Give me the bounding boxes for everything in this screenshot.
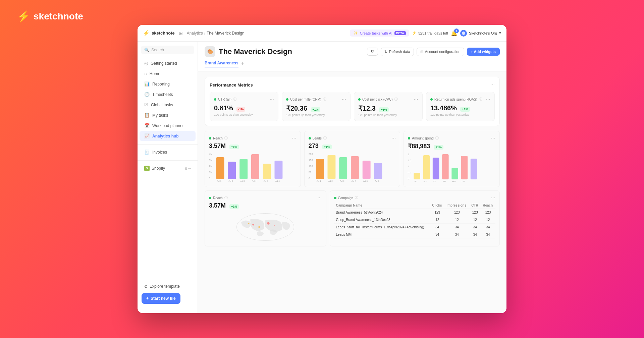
breadcrumb: Analytics / The Maverick Design (187, 31, 346, 36)
layout-icon[interactable]: ⊞ (179, 31, 183, 36)
campaign-name-0: Brand Awareness_5thApril2024 (334, 209, 430, 216)
metric-value-1: ₹20.36 +1% (286, 104, 346, 112)
sidebar-item-my-tasks[interactable]: 📋 My tasks (140, 110, 196, 120)
svg-rect-9 (251, 154, 259, 179)
reach-map-title: Reach ⓘ ··· (209, 195, 322, 201)
svg-rect-44 (452, 168, 459, 179)
amount-spend-chart-title: Amount spend ⓘ ··· (408, 135, 495, 141)
reach-map-dot (209, 197, 211, 199)
create-tasks-button[interactable]: ✨ Create tasks with AI BETA (350, 30, 409, 37)
sidebar-item-home[interactable]: ⌂ Home (140, 69, 196, 78)
sidebar-item-getting-started[interactable]: ◎ Getting started (140, 58, 196, 68)
svg-text:Ad 5: Ad 5 (363, 180, 368, 182)
metric-info-icon-3: ⓘ (479, 97, 482, 102)
timesheets-icon: 🕐 (144, 92, 150, 97)
svg-rect-11 (274, 161, 282, 179)
metric-more-btn-0[interactable]: ··· (270, 96, 274, 102)
tab-brand-awareness[interactable]: Brand Awareness (205, 61, 238, 67)
page-title-row: 🎨 The Maverick Design ⛾ ↻ Refresh data ⊞ (205, 46, 500, 57)
svg-text:150: 150 (309, 159, 313, 162)
campaign-table-header-row: Campaign Name Clicks Impressions CTR Rea… (334, 202, 496, 209)
svg-text:50: 50 (309, 171, 311, 174)
svg-text:HP: HP (462, 180, 465, 182)
metric-more-btn-2[interactable]: ··· (414, 96, 418, 102)
amount-info-icon: ⓘ (435, 136, 439, 140)
metric-dot-3 (430, 98, 433, 101)
notification-button[interactable]: 🔔 4 (451, 30, 458, 36)
metric-more-btn-1[interactable]: ··· (342, 96, 346, 102)
plus-icon: + (146, 296, 149, 301)
outer-app-name: sketchnote (34, 11, 83, 22)
reach-map-more-button[interactable]: ··· (317, 195, 322, 201)
campaign-more-button[interactable]: ··· (491, 195, 495, 201)
refresh-data-button[interactable]: ↻ Refresh data (381, 48, 414, 56)
metric-label-3: Return on ads spent (ROAS) ⓘ (430, 97, 482, 102)
svg-rect-7 (228, 162, 236, 179)
reach-label: Reach (213, 136, 223, 140)
start-new-file-button[interactable]: + Start new file (142, 293, 180, 304)
metric-name-1: Cost per mille (CPM) (290, 98, 321, 101)
svg-text:Ad 1: Ad 1 (316, 180, 321, 182)
tab-add-button[interactable]: + (241, 60, 244, 68)
sidebar-item-timesheets[interactable]: 🕐 Timesheets (140, 90, 196, 99)
svg-text:0: 0 (209, 177, 210, 180)
sidebar-item-global-tasks[interactable]: ☑ Global tasks (140, 100, 196, 110)
svg-point-57 (248, 223, 250, 224)
campaign-table-row-0: Brand Awareness_5thApril2024 123 123 123… (334, 209, 496, 216)
metric-card-0: CTR (all) ⓘ ··· 0.81% -1% 120 points up … (210, 92, 278, 121)
metric-more-btn-3[interactable]: ··· (486, 96, 490, 102)
performance-more-button[interactable]: ··· (490, 82, 495, 88)
search-placeholder: Search (151, 48, 164, 52)
campaign-reach-2: 34 (481, 224, 495, 231)
trail-info: ⚡ 3231 trail days left (412, 31, 448, 35)
svg-text:PB: PB (443, 180, 446, 182)
org-button[interactable]: Sketchnote's Org ▾ (460, 30, 501, 37)
filter-icon: ⛾ (371, 50, 374, 54)
add-widgets-button[interactable]: + Add widgets (467, 48, 500, 56)
global-tasks-icon: ☑ (144, 102, 148, 107)
metric-label-0: CTR (all) ⓘ (214, 97, 236, 102)
sidebar-item-analytics-hub[interactable]: 📈 Analytics hub (140, 131, 196, 141)
reach-more-button[interactable]: ··· (292, 135, 296, 141)
leads-badge: +1% (322, 145, 332, 149)
account-config-button[interactable]: ⊞ Account configuration (417, 48, 464, 56)
reach-map-value: 3.57M +1% (209, 202, 322, 209)
amount-chart-area: 2 1.5 1 0.5 0 (408, 153, 495, 183)
svg-text:0: 0 (309, 177, 310, 180)
sidebar-item-reporting[interactable]: 📊 Reporting (140, 79, 196, 89)
outer-bolt-icon: ⚡ (17, 10, 30, 23)
sidebar-item-workload-planner[interactable]: 📅 Workload planner (140, 121, 196, 130)
campaign-table-card: Campaign ⓘ ··· Campaign Name Clicks Impr… (330, 190, 500, 246)
shopify-more-icon[interactable]: ⊞ ··· (184, 167, 191, 170)
svg-rect-6 (216, 157, 224, 179)
leads-more-button[interactable]: ··· (391, 135, 396, 141)
svg-rect-45 (461, 156, 468, 179)
svg-text:Ad 3: Ad 3 (240, 180, 245, 182)
metric-value-3: 13.486% +1% (430, 104, 490, 112)
search-bar[interactable]: 🔍 Search (141, 46, 194, 54)
metric-header-3: Return on ads spent (ROAS) ⓘ ··· (430, 96, 490, 102)
svg-text:RJ: RJ (415, 180, 417, 182)
metric-badge-1: +1% (311, 107, 320, 112)
leads-dot (309, 137, 311, 139)
filter-button[interactable]: ⛾ (367, 48, 378, 56)
bottom-row: Reach ⓘ ··· 3.57M +1% (205, 190, 500, 246)
home-icon: ⌂ (144, 71, 147, 76)
metric-value-0: 0.81% -1% (214, 104, 274, 112)
svg-rect-28 (374, 163, 382, 179)
amount-more-button[interactable]: ··· (491, 135, 495, 141)
world-map-svg (235, 212, 296, 242)
top-bar: ⚡ sketchnote ⊞ Analytics / The Maverick … (138, 25, 506, 42)
campaign-ctr-0: 123 (469, 209, 481, 216)
metric-header-2: Cost per click (CPC) ⓘ ··· (358, 96, 418, 102)
analytics-hub-icon: 📈 (144, 133, 150, 138)
app-window: ⚡ sketchnote ⊞ Analytics / The Maverick … (138, 25, 506, 313)
shopify-integration[interactable]: S Shopify ⊞ ··· (140, 163, 196, 173)
svg-text:Ad 4: Ad 4 (252, 180, 257, 182)
sidebar-item-invoices[interactable]: 🧾 Invoices (140, 147, 196, 157)
topbar-actions: ✨ Create tasks with AI BETA ⚡ 3231 trail… (350, 30, 501, 37)
campaign-clicks-3: 34 (430, 231, 444, 238)
amount-dot (408, 137, 410, 139)
breadcrumb-parent[interactable]: Analytics (187, 31, 203, 36)
explore-template-button[interactable]: ⊙ Explore template (140, 282, 196, 291)
